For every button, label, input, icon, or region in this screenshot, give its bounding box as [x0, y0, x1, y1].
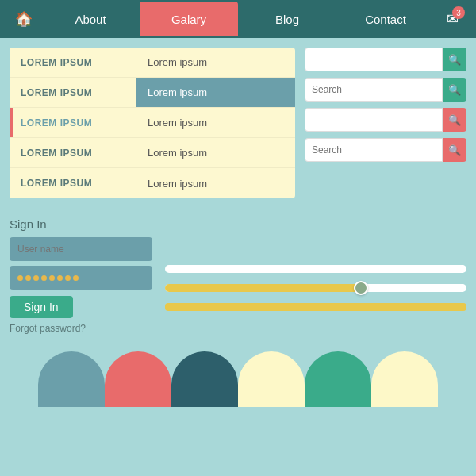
forgot-password-link[interactable]: Forgot password?: [10, 323, 152, 334]
search-button-1[interactable]: 🔍: [443, 48, 466, 71]
nav-home-button[interactable]: 🏠: [6, 2, 41, 36]
password-dots: [10, 266, 152, 290]
swatch-teal: [38, 351, 105, 407]
nav-item-blog[interactable]: Blog: [238, 2, 336, 36]
swatch-dark-teal: [171, 351, 238, 407]
password-dot: [57, 275, 63, 281]
search-input-3[interactable]: [305, 108, 443, 132]
nav-bell-button[interactable]: ✉ 3: [435, 2, 470, 36]
list-col-left-5: LOREM IPSUM: [10, 178, 136, 189]
password-dot: [17, 275, 23, 281]
password-dot: [73, 275, 79, 281]
list-panel: LOREM IPSUM Lorem ipsum LOREM IPSUM Lore…: [10, 48, 295, 198]
list-item[interactable]: LOREM IPSUM Lorem ipsum: [10, 48, 295, 78]
list-col-right-1: Lorem ipsum: [136, 56, 295, 68]
list-col-left-4: LOREM IPSUM: [10, 148, 136, 159]
password-dot: [25, 275, 31, 281]
swatch-yellow: [238, 351, 305, 407]
list-col-right-4: Lorem ipsum: [136, 147, 295, 159]
password-dot: [65, 275, 71, 281]
list-item[interactable]: LOREM IPSUM Lorem ipsum: [10, 138, 295, 168]
list-item-highlighted[interactable]: LOREM IPSUM Lorem ipsum: [10, 78, 295, 108]
search-button-2[interactable]: 🔍: [443, 78, 466, 102]
username-input[interactable]: [10, 237, 152, 261]
search-input-4[interactable]: [305, 138, 443, 162]
password-dot: [33, 275, 39, 281]
search-input-1[interactable]: [305, 48, 443, 71]
slider-fill-yellow: [165, 284, 361, 292]
list-col-right-5: Lorem ipsum: [136, 178, 295, 190]
search-row-4: 🔍: [305, 138, 466, 162]
swatch-red: [105, 351, 171, 407]
search-button-3[interactable]: 🔍: [443, 108, 466, 132]
signin-form: Sign In Sign In Forgot password?: [10, 217, 152, 334]
search-row-2: 🔍: [305, 78, 466, 102]
list-col-left-1: LOREM IPSUM: [10, 57, 136, 68]
signin-button[interactable]: Sign In: [10, 296, 73, 318]
signin-title: Sign In: [10, 217, 152, 231]
slider-track-1[interactable]: [165, 265, 466, 273]
list-col-right-2: Lorem ipsum: [136, 78, 295, 107]
search-panel: 🔍 🔍 🔍 🔍: [305, 48, 466, 198]
slider-track-3[interactable]: [165, 303, 466, 311]
search-button-4[interactable]: 🔍: [443, 138, 466, 162]
swatches-section: [0, 344, 476, 407]
sliders-area: [165, 217, 466, 334]
list-item-active[interactable]: LOREM IPSUM Lorem ipsum: [10, 108, 295, 138]
search-row-3: 🔍: [305, 108, 466, 132]
notification-badge: 3: [452, 6, 465, 19]
slider-thumb[interactable]: [354, 281, 368, 295]
search-row-1: 🔍: [305, 48, 466, 71]
list-col-left-3: LOREM IPSUM: [10, 117, 136, 129]
list-col-left-2: LOREM IPSUM: [10, 87, 136, 98]
search-input-2[interactable]: [305, 78, 443, 102]
swatch-green: [305, 351, 371, 407]
list-col-right-3: Lorem ipsum: [136, 117, 295, 129]
password-dot: [41, 275, 47, 281]
password-dot: [49, 275, 55, 281]
nav-item-about[interactable]: About: [41, 2, 140, 36]
swatch-light-yellow: [371, 351, 438, 407]
list-item[interactable]: LOREM IPSUM Lorem ipsum: [10, 168, 295, 198]
main-content: LOREM IPSUM Lorem ipsum LOREM IPSUM Lore…: [0, 38, 476, 208]
slider-track-2[interactable]: [165, 284, 466, 292]
bottom-section: Sign In Sign In Forgot password?: [0, 208, 476, 344]
navbar: 🏠 About Galary Blog Contact ✉ 3: [0, 0, 476, 38]
nav-item-contact[interactable]: Contact: [336, 2, 435, 36]
nav-item-galary[interactable]: Galary: [140, 2, 238, 36]
